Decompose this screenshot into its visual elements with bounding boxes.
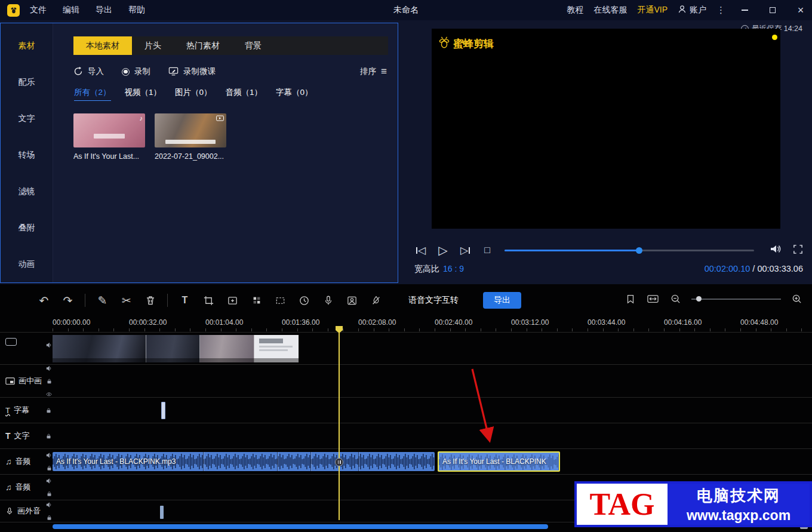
site-watermark: TAG 电脑技术网 www.tagxp.com xyxy=(574,481,812,527)
zoom-slider[interactable] xyxy=(691,299,781,300)
remove-watermark-icon[interactable] xyxy=(369,294,383,307)
selection-icon[interactable] xyxy=(273,294,287,307)
filter-subtitle[interactable]: 字幕（0） xyxy=(276,87,313,101)
voice-text-convert-button[interactable]: 语音文字互转 xyxy=(408,295,459,306)
freeze-frame-icon[interactable] xyxy=(226,294,239,307)
record-icon xyxy=(122,68,130,76)
account-button[interactable]: 账户 xyxy=(678,5,706,16)
fit-timeline-icon[interactable] xyxy=(646,292,660,306)
sidebar-item-transition[interactable]: 转场 xyxy=(1,137,53,173)
preview-player[interactable]: 蜜蜂剪辑 xyxy=(432,29,780,229)
menu-file[interactable]: 文件 xyxy=(30,5,47,16)
filter-all[interactable]: 所有（2） xyxy=(74,87,111,101)
lock-icon[interactable] xyxy=(47,488,52,499)
zoom-out-icon[interactable] xyxy=(669,292,682,306)
marker-icon[interactable] xyxy=(623,292,637,306)
seek-handle[interactable] xyxy=(636,247,642,254)
fullscreen-icon[interactable] xyxy=(792,244,804,257)
next-frame-button[interactable]: ▷ xyxy=(457,242,473,258)
voiceover-mic-icon[interactable] xyxy=(321,294,335,307)
lock-icon[interactable] xyxy=(47,376,52,386)
zoom-slider-handle[interactable] xyxy=(696,296,702,302)
add-text-icon[interactable]: T xyxy=(178,294,192,307)
mosaic-icon[interactable] xyxy=(250,294,263,307)
import-button[interactable]: 导入 xyxy=(73,66,104,77)
record-lesson-button[interactable]: 录制微课 xyxy=(168,66,216,78)
zoom-in-icon[interactable] xyxy=(790,292,804,306)
lock-icon[interactable] xyxy=(47,463,52,473)
filter-audio[interactable]: 音频（1） xyxy=(226,87,263,101)
split-scissors-icon[interactable]: ✂ xyxy=(119,294,133,307)
lock-icon[interactable] xyxy=(47,512,52,523)
undo-icon[interactable]: ↶ xyxy=(37,294,51,307)
sidebar-item-filter[interactable]: 滤镜 xyxy=(1,173,53,210)
video-clip[interactable] xyxy=(53,335,299,362)
stop-button[interactable]: □ xyxy=(479,242,495,258)
timeline-toolbar: ↶ ↷ ✎ ✂ T xyxy=(37,292,521,309)
lock-icon[interactable] xyxy=(46,405,51,416)
video-track-icon xyxy=(5,338,17,346)
timeline-ruler[interactable]: 00:00:00.00 00:00:32.00 00:01:04.00 00:0… xyxy=(0,314,812,332)
minimize-button[interactable] xyxy=(736,2,753,18)
material-item-audio[interactable]: ♪ As If It's Your Last... xyxy=(73,113,145,161)
redo-icon[interactable]: ↷ xyxy=(61,294,75,307)
lock-icon[interactable] xyxy=(46,430,51,441)
tutorial-link[interactable]: 教程 xyxy=(567,5,583,16)
filter-video[interactable]: 视频（1） xyxy=(125,87,162,101)
notification-dot xyxy=(772,35,777,40)
crop-icon[interactable] xyxy=(202,294,216,307)
menu-edit[interactable]: 编辑 xyxy=(63,5,79,16)
audio-clip-main[interactable]: As If It's Your Last - BLACKPINK.mp3 xyxy=(53,452,435,471)
sidebar: 素材 配乐 文字 转场 滤镜 叠附 动画 xyxy=(1,23,53,282)
tag-logo: TAG xyxy=(577,484,668,525)
tab-background[interactable]: 背景 xyxy=(232,36,274,55)
tab-intro[interactable]: 片头 xyxy=(132,36,174,55)
support-link[interactable]: 在线客服 xyxy=(593,5,627,16)
vip-button[interactable]: 开通VIP xyxy=(637,5,668,16)
edit-icon[interactable]: ✎ xyxy=(96,294,109,307)
aspect-ratio[interactable]: 宽高比16 : 9 xyxy=(414,264,464,275)
voiceover-clip[interactable] xyxy=(160,506,164,519)
filter-image[interactable]: 图片（0） xyxy=(175,87,212,101)
app-logo-icon[interactable] xyxy=(7,4,20,17)
seek-bar[interactable] xyxy=(505,250,754,251)
playhead-line[interactable] xyxy=(339,331,340,520)
sidebar-item-overlay[interactable]: 叠附 xyxy=(1,210,53,246)
material-item-video[interactable]: 2022-07-21_09002... xyxy=(155,113,226,161)
material-content: 本地素材 片头 热门素材 背景 导入 录制 xyxy=(54,23,398,282)
export-button[interactable]: 导出 xyxy=(483,292,521,309)
maximize-button[interactable] xyxy=(764,2,782,18)
mute-icon[interactable] xyxy=(46,363,52,374)
delete-icon[interactable] xyxy=(143,294,157,307)
mute-icon[interactable] xyxy=(46,500,52,511)
tab-popular[interactable]: 热门素材 xyxy=(174,36,232,55)
audio-clip-selected[interactable]: As If It's Your Last - BLACKPINK xyxy=(438,451,560,472)
close-button[interactable]: × xyxy=(792,2,810,18)
record-button[interactable]: 录制 xyxy=(122,66,150,77)
sidebar-item-material[interactable]: 素材 xyxy=(1,27,53,64)
subtitle-clip[interactable] xyxy=(161,402,165,419)
volume-icon[interactable] xyxy=(769,243,782,257)
clip-split-knob[interactable] xyxy=(335,458,343,466)
playhead-handle[interactable] xyxy=(336,326,343,330)
mute-icon[interactable] xyxy=(46,450,52,461)
tab-local-material[interactable]: 本地素材 xyxy=(73,36,132,55)
user-icon xyxy=(678,5,687,16)
titlebar: 文件 编辑 导出 帮助 未命名 教程 在线客服 开通VIP 账户 ⋮ × xyxy=(0,0,812,20)
sort-button[interactable]: 排序 ≡ xyxy=(360,66,387,78)
mute-icon[interactable] xyxy=(46,340,52,350)
mic-icon xyxy=(5,507,14,515)
play-button[interactable]: ▷ xyxy=(435,242,451,258)
sidebar-item-text[interactable]: 文字 xyxy=(1,100,53,137)
portrait-icon[interactable] xyxy=(345,294,359,307)
menu-export[interactable]: 导出 xyxy=(96,5,112,16)
duration-clock-icon[interactable] xyxy=(297,294,311,307)
more-menu-icon[interactable]: ⋮ xyxy=(716,5,725,16)
titlebar-right: 教程 在线客服 开通VIP 账户 ⋮ × xyxy=(567,2,812,18)
menu-help[interactable]: 帮助 xyxy=(128,5,145,16)
prev-frame-button[interactable]: ◁ xyxy=(413,242,429,258)
horizontal-scrollbar[interactable] xyxy=(53,524,548,529)
sidebar-item-animation[interactable]: 动画 xyxy=(1,246,53,282)
mute-icon[interactable] xyxy=(46,476,52,487)
sidebar-item-music[interactable]: 配乐 xyxy=(1,64,53,100)
